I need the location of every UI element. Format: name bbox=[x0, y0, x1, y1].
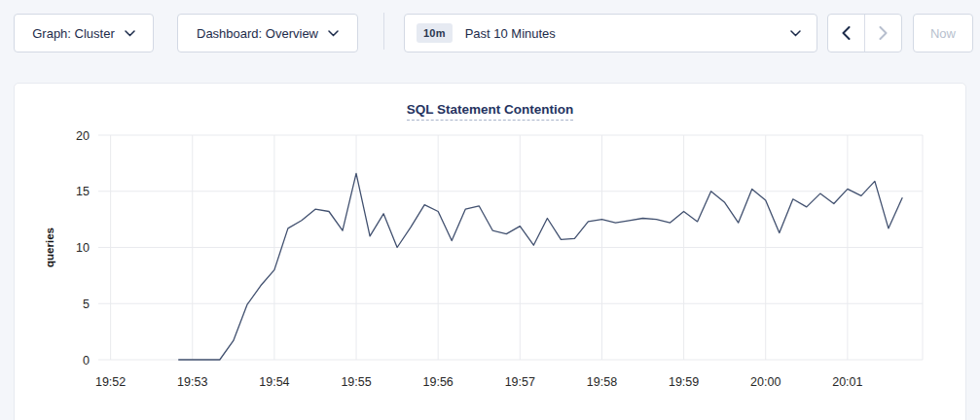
x-tick-label: 20:01 bbox=[832, 375, 862, 389]
app-root: Graph: Cluster Dashboard: Overview 10m P… bbox=[0, 0, 980, 420]
x-tick-label: 19:52 bbox=[95, 375, 126, 389]
x-tick-label: 19:58 bbox=[587, 375, 617, 389]
chevron-down-icon bbox=[125, 30, 135, 37]
x-tick-label: 19:56 bbox=[423, 375, 454, 389]
graph-dropdown-label: Graph: Cluster bbox=[32, 26, 115, 41]
graph-dropdown[interactable]: Graph: Cluster bbox=[14, 14, 154, 52]
chevron-down-icon bbox=[328, 30, 339, 37]
line-chart: 0510152019:5219:5319:5419:5519:5619:5719… bbox=[15, 84, 967, 414]
time-range-badge: 10m bbox=[417, 23, 453, 43]
x-tick-label: 20:00 bbox=[750, 375, 780, 389]
chart-card: SQL Statement Contention 0510152019:5219… bbox=[14, 83, 966, 420]
toolbar-divider bbox=[383, 13, 384, 50]
now-button[interactable]: Now bbox=[913, 14, 973, 52]
series-line bbox=[179, 173, 902, 360]
x-tick-label: 19:57 bbox=[505, 375, 535, 389]
dashboard-dropdown-label: Dashboard: Overview bbox=[197, 26, 318, 41]
time-range-dropdown[interactable]: 10m Past 10 Minutes bbox=[404, 14, 817, 52]
x-tick-label: 19:53 bbox=[177, 375, 207, 389]
x-tick-label: 19:55 bbox=[341, 375, 371, 389]
time-range-label: Past 10 Minutes bbox=[465, 26, 556, 41]
x-tick-label: 19:59 bbox=[669, 375, 699, 389]
y-axis-title: queries bbox=[44, 228, 55, 267]
chevron-down-icon bbox=[790, 30, 801, 37]
y-tick-label: 0 bbox=[83, 354, 90, 368]
chevron-left-icon bbox=[842, 26, 851, 40]
dashboard-dropdown[interactable]: Dashboard: Overview bbox=[177, 14, 358, 52]
y-tick-label: 20 bbox=[76, 129, 90, 143]
y-tick-label: 5 bbox=[83, 298, 90, 311]
time-nav-group bbox=[827, 14, 902, 52]
time-back-button[interactable] bbox=[828, 15, 864, 52]
time-forward-button[interactable] bbox=[864, 15, 901, 52]
chevron-right-icon bbox=[879, 26, 888, 40]
y-tick-label: 15 bbox=[76, 185, 90, 198]
y-tick-label: 10 bbox=[76, 241, 90, 255]
x-tick-label: 19:54 bbox=[259, 375, 289, 389]
